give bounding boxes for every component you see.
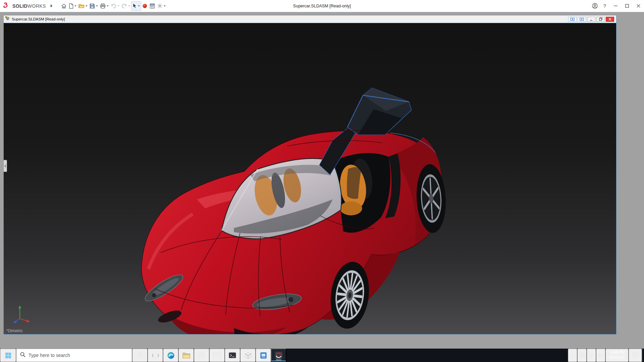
hidden-icons-chevron[interactable] xyxy=(568,349,577,362)
supercar-model[interactable] xyxy=(4,23,616,334)
assembly-document-icon xyxy=(5,16,10,22)
doc-restore-button[interactable] xyxy=(596,17,605,22)
pane-right-icon[interactable] xyxy=(578,17,586,22)
print-dropdown[interactable] xyxy=(107,5,109,7)
dassault-logo-icon xyxy=(3,2,11,10)
cortana-icon[interactable] xyxy=(132,349,148,362)
account-icon[interactable] xyxy=(590,0,600,12)
app-maximize-button[interactable] xyxy=(621,0,633,12)
doc-close-button[interactable] xyxy=(606,17,614,22)
document-title: Supercar.SLDASM [Read-only] xyxy=(12,17,65,21)
app-window-controls: ? xyxy=(590,0,644,12)
volume-icon[interactable] xyxy=(596,349,605,362)
brand-name: SOLIDWORKS xyxy=(12,3,46,9)
start-button[interactable] xyxy=(0,349,16,362)
meet-now-icon[interactable] xyxy=(577,349,587,362)
save-button[interactable] xyxy=(89,1,99,11)
show-desktop-button[interactable] xyxy=(642,349,644,362)
clock-date: 3/5/2021 xyxy=(609,355,625,361)
doc-minimize-button[interactable] xyxy=(587,17,595,22)
new-document-dropdown[interactable] xyxy=(74,5,76,7)
solidworks-year-label: 2021 xyxy=(272,359,286,361)
help-icon[interactable]: ? xyxy=(600,0,610,12)
file-explorer-icon[interactable] xyxy=(178,349,194,362)
solidworks-brand: SOLIDWORKS xyxy=(0,2,48,10)
screen: SOLIDWORKS xyxy=(0,0,644,362)
open-dropdown[interactable] xyxy=(86,5,88,7)
windows-taskbar: 2021 3:48 PM 3/5/2021 xyxy=(0,349,644,362)
mouse-gesture-sphere-button[interactable] xyxy=(141,1,149,11)
3d-viewer-icon[interactable] xyxy=(240,349,256,362)
taskbar-search[interactable] xyxy=(16,349,132,362)
open-button[interactable] xyxy=(77,1,89,11)
notification-center-icon[interactable] xyxy=(629,349,642,362)
task-view-icon[interactable] xyxy=(148,349,163,362)
system-tray: 3:48 PM 3/5/2021 xyxy=(568,349,644,362)
document-window-controls xyxy=(568,17,615,22)
search-input[interactable] xyxy=(29,353,128,358)
mdi-background: Supercar.SLDASM [Read-only] xyxy=(0,12,644,349)
document-window: Supercar.SLDASM [Read-only] xyxy=(3,15,616,335)
app-minimize-button[interactable] xyxy=(610,0,621,12)
terminal-icon[interactable] xyxy=(225,349,240,362)
design-report-button[interactable] xyxy=(149,1,156,11)
new-document-button[interactable] xyxy=(68,1,77,11)
redo-dropdown[interactable] xyxy=(128,5,130,7)
home-button[interactable] xyxy=(60,1,68,11)
app-window-title: Supercar.SLDASM [Read-only] xyxy=(293,4,351,8)
settings-button[interactable] xyxy=(156,1,167,11)
pane-left-icon[interactable] xyxy=(568,17,577,22)
view-orientation-label: *Dimetric xyxy=(6,328,23,333)
search-icon xyxy=(20,352,25,359)
select-tool-dropdown[interactable] xyxy=(138,5,140,7)
select-tool-button[interactable] xyxy=(131,1,141,11)
media-app-icon[interactable] xyxy=(256,349,271,362)
document-titlebar[interactable]: Supercar.SLDASM [Read-only] xyxy=(4,15,616,23)
orientation-triad xyxy=(12,304,31,326)
panel-collapse-tab[interactable] xyxy=(4,160,7,172)
solidworks-taskbar-icon[interactable]: 2021 xyxy=(271,349,286,362)
app-close-button[interactable] xyxy=(633,0,644,12)
undo-dropdown[interactable] xyxy=(117,5,119,7)
taskbar-clock[interactable]: 3:48 PM 3/5/2021 xyxy=(605,349,629,362)
clock-time: 3:48 PM xyxy=(609,350,625,355)
solidworks-titlebar: SOLIDWORKS xyxy=(0,0,644,12)
edge-icon[interactable] xyxy=(163,349,178,362)
viewport-3d[interactable]: *Dimetric xyxy=(4,23,616,334)
store-icon[interactable] xyxy=(194,349,209,362)
mail-icon[interactable] xyxy=(209,349,225,362)
redo-button[interactable] xyxy=(120,1,131,11)
print-button[interactable] xyxy=(99,1,110,11)
save-dropdown[interactable] xyxy=(96,5,98,7)
menu-expand-arrow[interactable] xyxy=(48,1,55,11)
settings-dropdown[interactable] xyxy=(164,5,166,7)
undo-button[interactable] xyxy=(110,1,120,11)
network-icon[interactable] xyxy=(587,349,596,362)
